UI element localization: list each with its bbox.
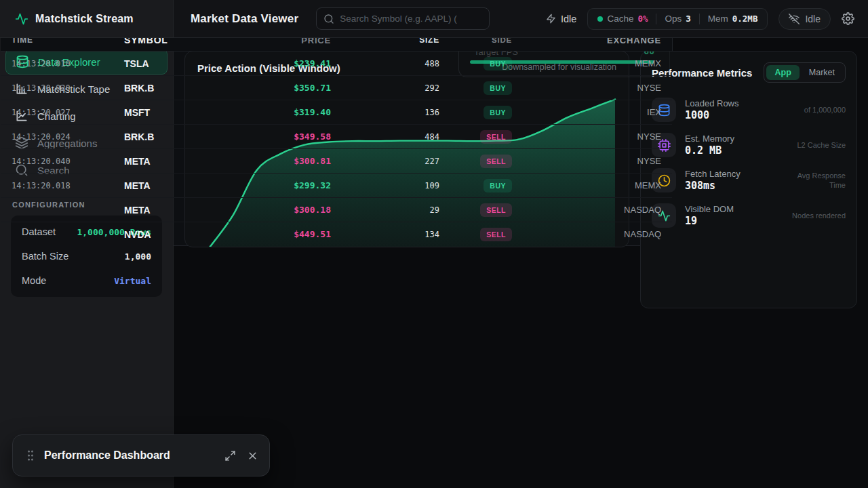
brand: Matchstick Stream xyxy=(0,0,174,38)
metric-annotation: L2 Cache Size xyxy=(785,140,846,150)
table-row[interactable]: META $300.18 29 SELL NASDAQ xyxy=(1,198,672,222)
brand-name: Matchstick Stream xyxy=(35,13,134,25)
topbar-main: Market Data Viewer Idle Cache 0% xyxy=(174,0,868,38)
cell-symbol: BRK.B xyxy=(124,131,226,142)
table-row[interactable]: 14:13:20.027 MSFT $319.40 136 BUY IEX xyxy=(1,100,672,125)
performance-dashboard-panel[interactable]: Performance Dashboard xyxy=(12,434,270,476)
close-icon xyxy=(247,450,258,462)
cell-time: 14:13:20.018 xyxy=(12,181,124,190)
config-row-batch-size: Batch Size 1,000 xyxy=(22,244,151,268)
mem-label: Mem xyxy=(708,14,728,24)
cell-size: 484 xyxy=(331,132,439,142)
divider xyxy=(656,14,656,24)
gear-icon xyxy=(842,12,854,25)
cell-symbol: NVDA xyxy=(124,229,226,240)
cell-price: $239.41 xyxy=(226,58,331,68)
metric-annotation: Avg Response Time xyxy=(785,171,846,190)
drag-handle-icon[interactable] xyxy=(26,449,35,462)
metric-value: 19 xyxy=(685,215,734,227)
expand-button[interactable] xyxy=(224,450,236,462)
search-input[interactable] xyxy=(340,14,482,24)
page-title: Market Data Viewer xyxy=(191,12,298,26)
floating-panel-actions xyxy=(224,450,258,462)
table-row[interactable]: 14:13:20.020 BRK.B $350.71 292 BUY NYSE xyxy=(1,76,672,100)
connection-pill[interactable]: Idle xyxy=(778,8,831,30)
cell-size: 29 xyxy=(331,205,439,215)
symbol-searchbox[interactable] xyxy=(316,7,490,30)
connection-status-label: Idle xyxy=(805,14,821,24)
cell-symbol: BRK.B xyxy=(124,83,226,94)
metric-fetch-latency: Fetch Latency 308ms Avg Response Time xyxy=(641,163,856,198)
cell-size: 109 xyxy=(331,181,439,190)
cell-time: 14:13:20.040 xyxy=(12,157,124,166)
metric-value: 0.2 MB xyxy=(685,144,734,157)
cell-symbol: TSLA xyxy=(124,58,226,69)
table-row[interactable]: 14:13:20.040 META $300.81 227 SELL NYSE xyxy=(1,149,672,174)
settings-button[interactable] xyxy=(842,12,854,25)
config-value: 1,000 xyxy=(125,251,151,262)
table-row[interactable]: 14:13:20.010 TSLA $239.41 488 BUY MEMX xyxy=(1,52,672,76)
cell-size: 227 xyxy=(331,157,439,166)
metric-label: Est. Memory xyxy=(685,134,734,144)
cell-symbol: META xyxy=(124,205,226,216)
close-button[interactable] xyxy=(247,450,258,462)
table-row[interactable]: NVDA $449.51 134 SELL NASDAQ xyxy=(1,222,672,246)
cell-price: $300.81 xyxy=(226,156,331,166)
metric-visible-dom: Visible DOM 19 Nodes rendered xyxy=(641,198,856,233)
cell-time: 14:13:20.020 xyxy=(12,83,124,93)
metric-label: Loaded Rows xyxy=(685,98,739,108)
ops-stat: Ops 3 xyxy=(665,14,690,24)
topbar: Matchstick Stream Market Data Viewer Idl… xyxy=(0,0,868,38)
cell-symbol: MSFT xyxy=(124,107,226,118)
config-label: Mode xyxy=(22,275,46,286)
stats-pill: Cache 0% Ops 3 Mem 0.2MB xyxy=(587,8,768,30)
metric-value: 308ms xyxy=(685,180,741,192)
side-badge: SELL xyxy=(480,155,512,168)
side-badge: BUY xyxy=(484,57,512,70)
side-badge: BUY xyxy=(484,179,512,192)
mem-stat: Mem 0.2MB xyxy=(708,14,758,24)
cell-price: $299.32 xyxy=(226,180,331,190)
table-row[interactable]: 14:13:20.018 META $299.32 109 BUY MEMX xyxy=(1,174,672,198)
grip-dots-icon xyxy=(26,449,35,462)
cell-exchange: NYSE xyxy=(512,83,661,93)
cell-price: $319.40 xyxy=(226,107,331,117)
cell-size: 488 xyxy=(331,59,439,68)
ops-label: Ops xyxy=(665,14,682,24)
cell-time: 14:13:20.027 xyxy=(12,108,124,117)
cell-exchange: MEMX xyxy=(512,180,661,190)
cache-value: 0% xyxy=(637,14,648,24)
maximize-icon xyxy=(224,450,236,462)
metrics-scope-toggle: App Market xyxy=(764,62,846,83)
divider xyxy=(699,14,700,24)
cell-symbol: META xyxy=(124,180,226,191)
side-badge: BUY xyxy=(484,81,512,95)
topbar-status-cluster: Idle Cache 0% Ops 3 Mem xyxy=(546,8,854,30)
performance-metrics-panel: Performance Metrics App Market Loaded Ro… xyxy=(640,51,857,308)
cell-size: 134 xyxy=(331,230,439,239)
cell-symbol: META xyxy=(124,156,226,167)
cell-exchange: NASDAQ xyxy=(512,205,661,215)
wifi-off-icon xyxy=(789,14,800,24)
cell-time: 14:13:20.010 xyxy=(12,59,124,68)
metric-annotation: of 1,000,000 xyxy=(785,105,846,115)
floating-panel-title: Performance Dashboard xyxy=(44,449,170,462)
cell-price: $300.18 xyxy=(226,205,331,215)
side-badge: BUY xyxy=(484,106,512,119)
pulse-logo-icon xyxy=(15,12,28,26)
table-row[interactable]: 14:13:20.024 BRK.B $349.58 484 SELL NYSE xyxy=(1,125,672,149)
toggle-option-market[interactable]: Market xyxy=(801,65,843,80)
metric-est-memory: Est. Memory 0.2 MB L2 Cache Size xyxy=(641,127,856,163)
cell-exchange: NYSE xyxy=(512,156,661,166)
side-badge: SELL xyxy=(480,130,512,144)
cache-label: Cache xyxy=(607,14,633,24)
cell-exchange: MEMX xyxy=(512,58,661,68)
search-icon xyxy=(323,14,334,24)
config-value: Virtual xyxy=(114,276,151,286)
cell-price: $449.51 xyxy=(226,229,331,239)
metric-label: Fetch Latency xyxy=(685,169,741,179)
side-badge: SELL xyxy=(480,203,512,217)
toggle-option-app[interactable]: App xyxy=(766,65,799,80)
cell-exchange: NYSE xyxy=(512,131,661,142)
metric-loaded-rows: Loaded Rows 1000 of 1,000,000 xyxy=(641,92,856,127)
